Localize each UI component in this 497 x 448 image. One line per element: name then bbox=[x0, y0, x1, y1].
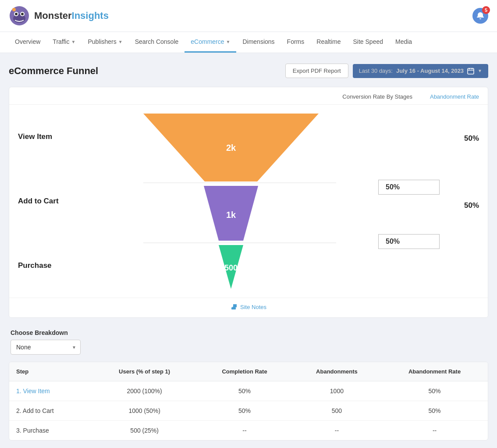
site-notes-button[interactable]: Site Notes bbox=[231, 303, 266, 310]
date-range-button[interactable]: Last 30 days: July 16 - August 14, 2023 … bbox=[353, 64, 488, 78]
rate-box-1: 50% bbox=[378, 180, 440, 195]
col-header-completion: Completion Rate bbox=[197, 362, 292, 381]
nav-item-forms[interactable]: Forms bbox=[281, 32, 311, 53]
row3-step: 3. Purchase bbox=[9, 421, 92, 441]
nav-item-media[interactable]: Media bbox=[389, 32, 418, 53]
app-name: MonsterInsights bbox=[34, 10, 109, 21]
row1-abandonments: 1000 bbox=[292, 381, 381, 401]
chevron-down-icon: ▼ bbox=[118, 39, 123, 44]
table-header-row: Step Users (% of step 1) Completion Rate… bbox=[9, 362, 488, 381]
chevron-down-icon: ▼ bbox=[71, 39, 75, 44]
row2-step: 2. Add to Cart bbox=[9, 401, 92, 421]
stage-label-purchase: Purchase bbox=[18, 261, 79, 270]
nav-item-site-speed[interactable]: Site Speed bbox=[347, 32, 390, 53]
rate-boxes-area: 50% 50% bbox=[374, 109, 444, 293]
conversion-rate-header: Conversion Rate By Stages bbox=[342, 93, 412, 100]
nav-item-ecommerce[interactable]: eCommerce▼ bbox=[185, 32, 236, 53]
row2-abandonments: 500 bbox=[292, 401, 381, 421]
table-row: 3. Purchase 500 (25%) -- -- -- bbox=[9, 421, 488, 441]
svg-text:2k: 2k bbox=[226, 143, 236, 153]
nav-item-dimensions[interactable]: Dimensions bbox=[236, 32, 280, 53]
svg-rect-7 bbox=[468, 68, 474, 74]
notification-button[interactable]: 5 bbox=[472, 8, 488, 24]
nav-item-overview[interactable]: Overview bbox=[9, 32, 46, 53]
breakdown-section: Choose Breakdown None bbox=[9, 325, 488, 362]
header-right: 5 bbox=[472, 8, 488, 24]
rate-box-2: 50% bbox=[378, 234, 440, 249]
funnel-column-headers: Conversion Rate By Stages Abandonment Ra… bbox=[9, 87, 488, 105]
app-logo-icon bbox=[9, 5, 30, 26]
pencil-icon bbox=[231, 303, 238, 310]
svg-text:500: 500 bbox=[224, 263, 238, 272]
page-header: eCommerce Funnel Export PDF Report Last … bbox=[9, 64, 488, 78]
nav-item-realtime[interactable]: Realtime bbox=[310, 32, 347, 53]
date-range: July 16 - August 14, 2023 bbox=[396, 68, 464, 74]
main-nav: Overview Traffic▼ Publishers▼ Search Con… bbox=[0, 32, 497, 53]
table-row: 2. Add to Cart 1000 (50%) 50% 500 50% bbox=[9, 401, 488, 421]
row2-completion: 50% bbox=[197, 401, 292, 421]
funnel-svg-area: 2k 1k 500 bbox=[88, 109, 374, 293]
page-header-actions: Export PDF Report Last 30 days: July 16 … bbox=[285, 64, 488, 78]
right-value-view-item: 50% bbox=[453, 134, 479, 143]
view-item-link[interactable]: 1. View Item bbox=[16, 388, 50, 395]
svg-point-5 bbox=[21, 13, 24, 15]
row1-abandonment-rate: 50% bbox=[381, 381, 488, 401]
funnel-table: Step Users (% of step 1) Completion Rate… bbox=[9, 362, 488, 441]
stage-label-view-item: View Item bbox=[18, 132, 79, 141]
site-notes-label: Site Notes bbox=[240, 304, 266, 310]
table-row: 1. View Item 2000 (100%) 50% 1000 50% bbox=[9, 381, 488, 401]
col-header-abandonment-rate: Abandonment Rate bbox=[381, 362, 488, 381]
page-title: eCommerce Funnel bbox=[9, 65, 98, 77]
chevron-down-icon: ▼ bbox=[226, 39, 231, 44]
funnel-stage-labels: View Item Add to Cart Purchase bbox=[9, 109, 88, 293]
svg-marker-21 bbox=[233, 304, 237, 307]
nav-item-search-console[interactable]: Search Console bbox=[129, 32, 185, 53]
rate-boxes: 50% 50% bbox=[378, 153, 440, 249]
funnel-card: Conversion Rate By Stages Abandonment Ra… bbox=[9, 87, 488, 318]
notification-badge: 5 bbox=[482, 6, 490, 14]
row3-users: 500 (25%) bbox=[92, 421, 197, 441]
breakdown-label: Choose Breakdown bbox=[11, 329, 486, 336]
row3-abandonment-rate: -- bbox=[381, 421, 488, 441]
row1-step: 1. View Item bbox=[9, 381, 92, 401]
funnel-svg: 2k 1k 500 bbox=[126, 109, 336, 293]
breakdown-select-wrapper: None bbox=[11, 340, 81, 355]
app-header: MonsterInsights 5 bbox=[0, 0, 497, 32]
date-dropdown-arrow: ▼ bbox=[478, 68, 482, 73]
col-header-abandonments: Abandonments bbox=[292, 362, 381, 381]
svg-text:1k: 1k bbox=[226, 210, 236, 220]
row3-completion: -- bbox=[197, 421, 292, 441]
breakdown-select[interactable]: None bbox=[11, 340, 81, 355]
site-notes-row: Site Notes bbox=[9, 298, 488, 317]
date-label: Last 30 days: bbox=[359, 68, 393, 74]
abandonment-rate-header: Abandonment Rate bbox=[430, 93, 479, 100]
funnel-data-table: Step Users (% of step 1) Completion Rate… bbox=[9, 362, 488, 440]
svg-marker-22 bbox=[231, 306, 233, 308]
nav-item-publishers[interactable]: Publishers▼ bbox=[82, 32, 128, 53]
export-pdf-button[interactable]: Export PDF Report bbox=[285, 64, 348, 78]
stage-label-add-to-cart: Add to Cart bbox=[18, 197, 79, 206]
main-content: eCommerce Funnel Export PDF Report Last … bbox=[0, 53, 497, 448]
funnel-visualization: View Item Add to Cart Purchase 2k 1k bbox=[9, 105, 488, 298]
row2-abandonment-rate: 50% bbox=[381, 401, 488, 421]
row3-abandonments: -- bbox=[292, 421, 381, 441]
row1-users: 2000 (100%) bbox=[92, 381, 197, 401]
row1-completion: 50% bbox=[197, 381, 292, 401]
svg-point-6 bbox=[12, 8, 16, 11]
row2-users: 1000 (50%) bbox=[92, 401, 197, 421]
svg-point-4 bbox=[15, 13, 18, 15]
funnel-right-values: 50% 50% bbox=[444, 109, 488, 293]
col-header-step: Step bbox=[9, 362, 92, 381]
col-header-users: Users (% of step 1) bbox=[92, 362, 197, 381]
logo-area: MonsterInsights bbox=[9, 5, 109, 26]
calendar-icon bbox=[467, 68, 474, 75]
right-value-add-to-cart: 50% bbox=[453, 201, 479, 210]
nav-item-traffic[interactable]: Traffic▼ bbox=[46, 32, 82, 53]
